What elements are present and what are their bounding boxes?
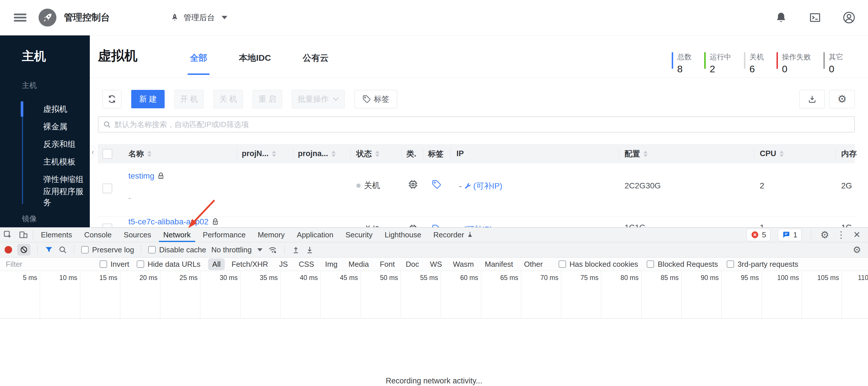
filter-type-pill[interactable]: Doc: [401, 258, 423, 270]
fix-ip-link[interactable]: - (可补IP): [459, 224, 492, 227]
sidebar-item[interactable]: 反亲和组: [0, 136, 90, 153]
export-har-icon[interactable]: [305, 245, 314, 254]
search-network-button[interactable]: [58, 245, 67, 254]
vm-tag-icon[interactable]: [432, 224, 441, 227]
select-all-checkbox[interactable]: [102, 144, 112, 163]
filter-checkbox[interactable]: Has blocked cookies: [559, 260, 638, 269]
network-overview-timeline[interactable]: 5 ms10 ms15 ms20 ms25 ms30 ms35 ms40 ms4…: [0, 271, 868, 319]
row-checkbox[interactable]: [102, 183, 112, 193]
sidebar-item[interactable]: 裸金属: [0, 118, 90, 136]
filter-checkbox[interactable]: 3rd-party requests: [727, 260, 798, 269]
sidebar-item[interactable]: 虚拟机: [0, 100, 90, 118]
filter-type-pill[interactable]: Fetch/XHR: [227, 258, 272, 270]
devtools-tab-memory[interactable]: Memory: [251, 228, 291, 242]
sidebar-item[interactable]: 弹性伸缩组: [0, 171, 90, 188]
throttling-select[interactable]: No throttling: [211, 245, 262, 255]
devtools-tab-console[interactable]: Console: [78, 228, 117, 242]
notification-bell-icon[interactable]: [775, 11, 787, 24]
power-on-button[interactable]: 开 机: [175, 90, 204, 108]
checkbox[interactable]: [727, 260, 734, 268]
menu-hamburger-icon[interactable]: [13, 12, 28, 23]
filter-type-pill[interactable]: JS: [275, 258, 292, 270]
column-header-tags[interactable]: 标签: [428, 144, 443, 163]
column-header-config[interactable]: 配置: [624, 144, 648, 163]
terminal-icon[interactable]: [809, 11, 822, 24]
sort-icon[interactable]: [375, 151, 379, 157]
create-vm-button[interactable]: 新 建: [131, 90, 165, 108]
devtools-tab-security[interactable]: Security: [340, 228, 379, 242]
devtools-tab-recorder[interactable]: Recorder: [427, 228, 479, 242]
filter-type-pill[interactable]: WS: [426, 258, 446, 270]
preserve-log-checkbox[interactable]: Preserve log: [81, 245, 134, 255]
devtools-menu-kebab-icon[interactable]: ⋮: [837, 230, 846, 239]
vm-tag-icon[interactable]: [432, 179, 441, 189]
batch-actions-button[interactable]: 批量操作: [292, 90, 345, 108]
tab-public-cloud[interactable]: 公有云: [303, 52, 329, 81]
reboot-button[interactable]: 重 启: [253, 90, 282, 108]
filter-checkbox[interactable]: Blocked Requests: [647, 260, 718, 269]
power-off-button[interactable]: 关 机: [214, 90, 243, 108]
tab-local-idc[interactable]: 本地IDC: [239, 52, 271, 81]
sidebar-item[interactable]: 主机模板: [0, 153, 90, 171]
clear-network-log-button[interactable]: [17, 244, 31, 256]
checkbox[interactable]: [559, 260, 566, 268]
refresh-button[interactable]: [102, 90, 121, 108]
network-settings-gear-icon[interactable]: ⚙: [853, 245, 861, 255]
column-header-projn[interactable]: projN...: [242, 144, 276, 163]
sort-icon[interactable]: [272, 151, 276, 157]
table-row[interactable]: testimg - 关机 -: [98, 163, 855, 217]
filter-type-pill[interactable]: Other: [520, 258, 547, 270]
filter-toggle-button[interactable]: [44, 246, 53, 254]
column-header-type[interactable]: 类.: [406, 144, 416, 163]
user-avatar-icon[interactable]: [843, 11, 855, 24]
record-network-log-button[interactable]: [5, 246, 12, 254]
sort-icon[interactable]: [780, 151, 784, 157]
sidebar-item[interactable]: 应用程序服务: [0, 188, 90, 206]
devtools-tab-elements[interactable]: Elements: [35, 228, 78, 242]
invert-checkbox[interactable]: Invert: [100, 260, 129, 269]
sort-icon[interactable]: [332, 151, 336, 157]
filter-type-pill[interactable]: Font: [376, 258, 399, 270]
network-filter-input[interactable]: [6, 260, 92, 269]
vm-name-link[interactable]: t5-ce7c-alibaba-app02: [128, 217, 219, 227]
table-settings-button[interactable]: ⚙: [830, 90, 855, 108]
column-header-name[interactable]: 名称: [128, 144, 151, 163]
table-row[interactable]: t5-ce7c-alibaba-app02 关机 - (可补IP): [98, 217, 855, 227]
search-bar[interactable]: [98, 116, 855, 132]
devtools-settings-gear-icon[interactable]: ⚙: [820, 230, 829, 240]
filter-type-pill[interactable]: Manifest: [480, 258, 518, 270]
env-selector[interactable]: 管理后台: [170, 12, 227, 23]
device-toolbar-icon[interactable]: [16, 228, 31, 242]
search-input[interactable]: [115, 120, 849, 129]
import-har-icon[interactable]: [291, 245, 300, 254]
hide-data-urls-checkbox[interactable]: Hide data URLs: [137, 260, 200, 269]
console-errors-badge[interactable]: 5: [747, 229, 770, 241]
sidebar-collapse-handle[interactable]: ‹: [90, 145, 96, 158]
vm-type-icon[interactable]: [408, 179, 418, 189]
sort-icon[interactable]: [147, 151, 151, 157]
vm-type-icon[interactable]: [408, 224, 418, 227]
devtools-tab-performance[interactable]: Performance: [197, 228, 252, 242]
issues-badge[interactable]: 1: [778, 229, 802, 241]
tab-all[interactable]: 全部: [190, 52, 207, 81]
devtools-tab-application[interactable]: Application: [291, 228, 339, 242]
network-conditions-icon[interactable]: [268, 245, 277, 255]
filter-type-pill[interactable]: Media: [344, 258, 373, 270]
inspect-element-icon[interactable]: [0, 228, 16, 242]
row-checkbox[interactable]: [102, 224, 112, 227]
filter-type-pill[interactable]: Img: [320, 258, 342, 270]
devtools-tab-sources[interactable]: Sources: [118, 228, 157, 242]
filter-type-pill[interactable]: All: [208, 258, 225, 270]
fix-ip-link[interactable]: (可补IP): [464, 181, 502, 191]
column-header-cpu[interactable]: CPU: [760, 144, 784, 163]
filter-type-pill[interactable]: Wasm: [449, 258, 478, 270]
filter-type-pill[interactable]: CSS: [294, 258, 318, 270]
tag-button[interactable]: 标签: [354, 90, 397, 108]
devtools-tab-lighthouse[interactable]: Lighthouse: [378, 228, 427, 242]
column-header-memory[interactable]: 内存: [841, 144, 857, 163]
disable-cache-checkbox[interactable]: Disable cache: [148, 245, 206, 255]
sort-icon[interactable]: [644, 151, 648, 157]
column-header-ip[interactable]: IP: [457, 144, 464, 163]
vm-name-link[interactable]: testimg: [128, 171, 165, 181]
checkbox[interactable]: [647, 260, 654, 268]
